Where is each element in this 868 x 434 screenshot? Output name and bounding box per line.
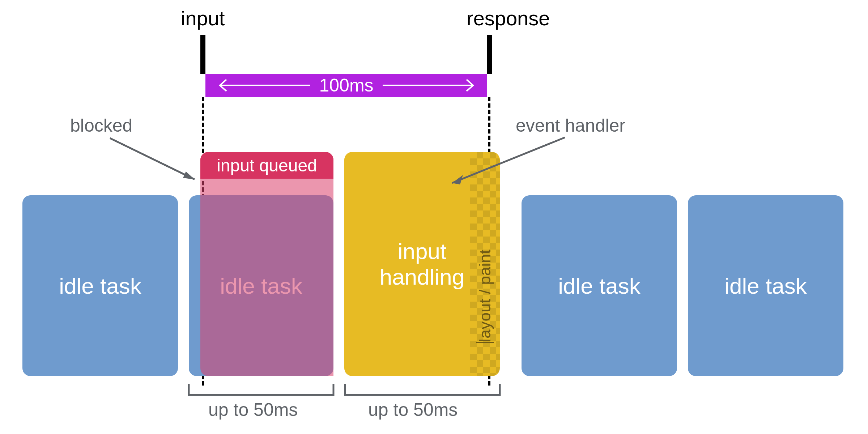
label-input: input [181,7,225,30]
label-layout-paint: layout / paint [476,203,494,343]
caption-duration-right: up to 50ms [368,399,458,420]
caption-blocked: blocked [70,115,132,136]
block-idle-1: idle task [22,195,178,376]
svg-marker-3 [452,175,463,184]
label-total-duration: 100ms [319,75,373,96]
block-idle-3: idle task [522,195,677,376]
tick-input [200,35,205,74]
label-response: response [467,7,550,30]
caption-event-handler: event handler [516,115,625,136]
arrow-event-handler [444,136,567,190]
bracket-right [344,383,501,401]
tick-response [487,35,492,74]
overlay-input-queued [200,152,333,376]
arrow-blocked [109,137,203,187]
block-idle-4: idle task [688,195,843,376]
diagram-stage: input response 100ms idle task idle task… [0,0,868,434]
header-input-queued: input queued [200,152,333,179]
bar-total-duration: 100ms [205,74,487,97]
caption-duration-left: up to 50ms [208,399,298,420]
bracket-left [187,383,335,401]
svg-marker-2 [183,171,195,179]
